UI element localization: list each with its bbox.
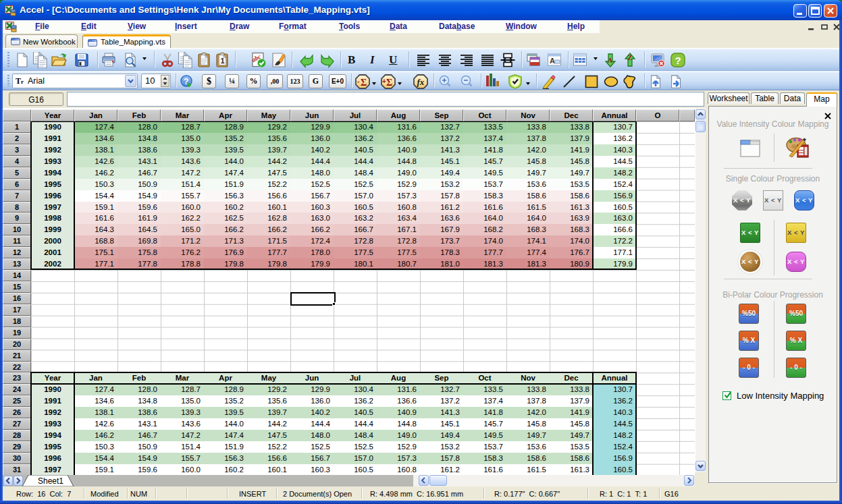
- svg-text:Z: Z: [627, 54, 632, 61]
- svg-text:-: -: [357, 78, 359, 85]
- svg-text:fx: fx: [417, 77, 425, 87]
- svg-text:Σ: Σ: [361, 78, 367, 88]
- svg-text:Sheet1: Sheet1: [38, 476, 63, 486]
- svg-text:?: ?: [675, 55, 681, 66]
- svg-text:A: A: [550, 57, 555, 65]
- svg-text:Σ: Σ: [386, 78, 392, 88]
- svg-text:1: 1: [221, 57, 225, 65]
- svg-text:A: A: [608, 57, 613, 64]
- svg-text:+: +: [382, 78, 386, 85]
